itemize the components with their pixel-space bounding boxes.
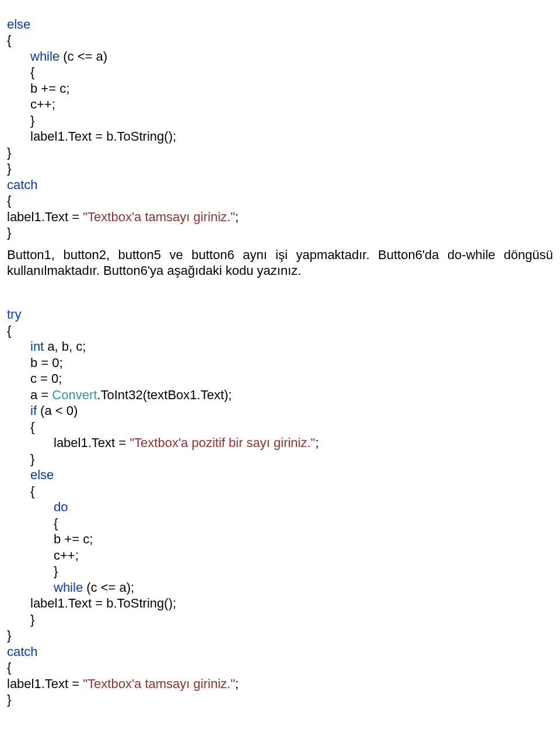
keyword-catch: catch bbox=[7, 644, 38, 659]
brace: { bbox=[7, 193, 11, 208]
brace: } bbox=[7, 161, 11, 176]
decl-vars: a, b, c; bbox=[44, 339, 86, 354]
brace: } bbox=[7, 692, 11, 707]
stmt-label-prefix: label1.Text = bbox=[7, 210, 83, 224]
stmt-a-eq: a = bbox=[30, 388, 52, 402]
stmt-label-text: label1.Text = b.ToString(); bbox=[30, 129, 176, 144]
brace: } bbox=[7, 225, 11, 240]
brace: } bbox=[7, 145, 11, 160]
keyword-else: else bbox=[7, 17, 30, 32]
semicolon: ; bbox=[235, 210, 239, 224]
code-block-1: else { while (c <= a) { b += c; c++; } l… bbox=[7, 0, 553, 241]
stmt-c-inc: c++; bbox=[54, 548, 79, 563]
brace: } bbox=[7, 628, 11, 643]
stmt-c-inc: c++; bbox=[30, 97, 55, 111]
stmt-label-text: label1.Text = b.ToString(); bbox=[30, 596, 176, 610]
keyword-while: while bbox=[30, 49, 60, 64]
stmt-label-prefix: label1.Text = bbox=[7, 676, 83, 691]
brace: } bbox=[54, 564, 58, 578]
explanation-paragraph: Button1, button2, button5 ve button6 ayn… bbox=[7, 247, 553, 279]
brace: { bbox=[7, 323, 11, 338]
keyword-try: try bbox=[7, 307, 21, 322]
semicolon: ; bbox=[315, 435, 318, 450]
keyword-int: int bbox=[30, 339, 44, 354]
while-condition: (c <= a) bbox=[60, 49, 107, 64]
brace: { bbox=[30, 420, 34, 434]
string-tamsayi: "Textbox'a tamsayı giriniz." bbox=[83, 676, 235, 691]
stmt-b-plus-eq: b += c; bbox=[30, 81, 69, 96]
brace: } bbox=[30, 452, 34, 466]
string-tamsayi: "Textbox'a tamsayı giriniz." bbox=[83, 210, 235, 224]
keyword-else: else bbox=[30, 467, 54, 482]
document-page: else { while (c <= a) { b += c; c++; } l… bbox=[0, 0, 560, 720]
brace: { bbox=[30, 65, 34, 79]
keyword-do: do bbox=[54, 500, 68, 514]
stmt-label-prefix: label1.Text = bbox=[54, 435, 130, 450]
brace: { bbox=[7, 33, 11, 47]
keyword-catch: catch bbox=[7, 177, 38, 192]
stmt-b-plus-eq: b += c; bbox=[54, 532, 93, 546]
brace: { bbox=[54, 516, 58, 530]
stmt-toint32: .ToInt32(textBox1.Text); bbox=[97, 388, 232, 402]
keyword-if: if bbox=[30, 403, 37, 418]
brace: } bbox=[30, 612, 34, 627]
while-condition: (c <= a); bbox=[83, 580, 134, 595]
keyword-while: while bbox=[54, 580, 83, 595]
string-pozitif: "Textbox'a pozitif bir sayı giriniz." bbox=[130, 435, 315, 450]
stmt-b-zero: b = 0; bbox=[30, 355, 63, 370]
semicolon: ; bbox=[235, 676, 239, 691]
class-convert: Convert bbox=[52, 388, 97, 402]
brace: } bbox=[30, 113, 34, 128]
code-block-2: try { int a, b, c; b = 0; c = 0; a = Con… bbox=[7, 291, 553, 708]
stmt-c-zero: c = 0; bbox=[30, 371, 62, 386]
brace: { bbox=[30, 484, 34, 498]
brace: { bbox=[7, 660, 11, 675]
if-condition: (a < 0) bbox=[37, 403, 78, 418]
